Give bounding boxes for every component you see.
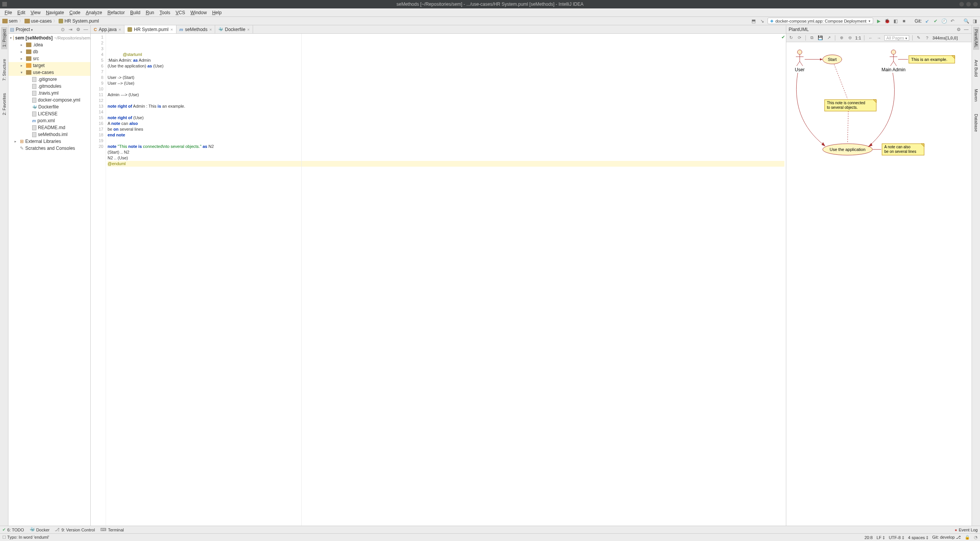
coverage-button[interactable]: ◧ bbox=[892, 18, 898, 24]
tree-item-target[interactable]: ▸ target bbox=[8, 62, 90, 69]
editor-tab-dockerfile[interactable]: 🐳Dockerfile× bbox=[215, 25, 253, 33]
code-line-5[interactable]: User -> (Start) bbox=[108, 75, 134, 80]
vcs-history-button[interactable]: 🕘 bbox=[941, 18, 947, 24]
search-everywhere-button[interactable]: 🔍 bbox=[963, 18, 969, 24]
plantuml-prev-page-icon[interactable]: ← bbox=[867, 35, 874, 41]
tree-item-src[interactable]: ▸ src bbox=[8, 55, 90, 62]
editor-tab-hr-system-puml[interactable]: HR System.puml× bbox=[124, 25, 176, 33]
plantuml-hide-button[interactable]: — bbox=[963, 26, 969, 33]
editor-tab-semethods[interactable]: mseMethods× bbox=[176, 25, 216, 33]
menu-vcs[interactable]: VCS bbox=[173, 9, 188, 16]
plantuml-save-icon[interactable]: 💾 bbox=[817, 35, 823, 41]
code-line-13[interactable]: A note can also bbox=[108, 121, 138, 126]
memory-indicator-icon[interactable]: ◔ bbox=[974, 535, 978, 540]
code-line-19[interactable]: N2 .. (Use) bbox=[108, 156, 128, 160]
tool-window-6-todo[interactable]: ✔6: TODO bbox=[2, 527, 24, 532]
close-tab-icon[interactable]: × bbox=[247, 27, 250, 32]
debug-button[interactable]: 🐞 bbox=[884, 18, 890, 24]
collapse-all-button[interactable]: ⇥ bbox=[67, 26, 74, 33]
plantuml-pages-selector[interactable]: All Pages bbox=[884, 35, 909, 41]
breadcrumb-sem[interactable]: sem bbox=[2, 18, 18, 24]
code-line-17[interactable]: note "This note is connected\nto several… bbox=[108, 144, 214, 149]
project-view-selector[interactable]: Project bbox=[16, 27, 33, 32]
tree-item--gitmodules[interactable]: .gitmodules bbox=[8, 83, 90, 90]
tool-window-1-project[interactable]: 1: Project bbox=[1, 27, 7, 49]
menu-window[interactable]: Window bbox=[188, 9, 209, 16]
vcs-commit-button[interactable]: ✔ bbox=[933, 18, 939, 24]
tree-item-dockerfile[interactable]: 🐳 Dockerfile bbox=[8, 103, 90, 110]
menu-analyze[interactable]: Analyze bbox=[83, 9, 105, 16]
code-line-6[interactable]: User --> (Use) bbox=[108, 81, 134, 85]
plantuml-zoom-out-icon[interactable]: ⊖ bbox=[847, 35, 853, 41]
run-button[interactable]: ▶ bbox=[875, 18, 882, 24]
tree-item-use-cases[interactable]: ▾ use-cases bbox=[8, 69, 90, 76]
tool-window-maven[interactable]: Maven bbox=[973, 87, 979, 104]
menu-navigate[interactable]: Navigate bbox=[44, 9, 66, 16]
cursor-position[interactable]: 20:8 bbox=[864, 535, 872, 540]
menu-code[interactable]: Code bbox=[67, 9, 83, 16]
tree-item-semethods-iml[interactable]: seMethods.iml bbox=[8, 131, 90, 138]
line-separator[interactable]: LF ‡ bbox=[877, 535, 885, 540]
ide-settings-button[interactable]: ◨ bbox=[972, 18, 978, 24]
tool-window-9-version-control[interactable]: ⎇9: Version Control bbox=[55, 527, 95, 532]
close-tab-icon[interactable]: × bbox=[209, 27, 212, 32]
plantuml-copy-icon[interactable]: ⧉ bbox=[809, 35, 815, 41]
plantuml-help-icon[interactable]: ? bbox=[924, 35, 930, 41]
plantuml-zoom-in-icon[interactable]: ⊕ bbox=[838, 35, 844, 41]
tree-item-license[interactable]: LICENSE bbox=[8, 110, 90, 117]
stop-button[interactable]: ■ bbox=[901, 18, 907, 24]
close-tab-icon[interactable]: × bbox=[119, 27, 121, 32]
tree-item-db[interactable]: ▸ db bbox=[8, 48, 90, 55]
tree-item-readme-md[interactable]: README.md bbox=[8, 124, 90, 131]
tree-item--travis-yml[interactable]: .travis.yml bbox=[8, 90, 90, 97]
menu-run[interactable]: Run bbox=[144, 9, 157, 16]
code-line-20[interactable]: @enduml bbox=[108, 161, 784, 167]
tree-item-scratches-and-consoles[interactable]: ✎ Scratches and Consoles bbox=[8, 145, 90, 152]
vcs-revert-button[interactable]: ↶ bbox=[949, 18, 956, 24]
code-line-2[interactable]: :Main Admin: as Admin bbox=[108, 58, 151, 62]
tool-window-ant-build[interactable]: Ant Build bbox=[973, 57, 979, 79]
menu-build[interactable]: Build bbox=[128, 9, 143, 16]
code-line-14[interactable]: be on several lines bbox=[108, 127, 143, 131]
tree-item-external-libraries[interactable]: ▸⊞ External Libraries bbox=[8, 138, 90, 145]
event-log-button[interactable]: ● Event Log bbox=[955, 528, 978, 532]
tool-window-docker[interactable]: 🐳Docker bbox=[29, 527, 50, 532]
scroll-from-source-button[interactable]: ⊙ bbox=[60, 26, 66, 33]
code-line-12[interactable]: note right of (Use) bbox=[108, 115, 144, 120]
tree-root[interactable]: ▾ sem [seMethods] ~/Repositories/sem bbox=[8, 34, 90, 41]
run-configuration-selector[interactable]: ◆ docker-compose.yml.app: Compose Deploy… bbox=[768, 18, 874, 24]
inspection-ok-icon[interactable]: ✔ bbox=[781, 34, 785, 40]
plantuml-wand-icon[interactable]: ✎ bbox=[916, 35, 922, 41]
code-line-18[interactable]: (Start) .. N2 bbox=[108, 150, 129, 154]
minimize-button[interactable] bbox=[959, 2, 964, 7]
tool-window-plantuml[interactable]: PlantUML bbox=[973, 27, 979, 50]
menu-refactor[interactable]: Refactor bbox=[105, 9, 127, 16]
editor-tab-app-java[interactable]: CApp.java× bbox=[91, 25, 124, 33]
close-tab-icon[interactable]: × bbox=[170, 27, 173, 32]
tool-window-terminal[interactable]: ⌨Terminal bbox=[100, 527, 124, 532]
tree-item-docker-compose-yml[interactable]: docker-compose.yml bbox=[8, 97, 90, 103]
code-line-1[interactable]: @startuml bbox=[123, 52, 142, 57]
code-line-10[interactable]: note right of Admin : This is an example… bbox=[108, 104, 185, 108]
readonly-lock-icon[interactable]: 🔒 bbox=[965, 535, 970, 540]
tree-item--idea[interactable]: ▸ .idea bbox=[8, 41, 90, 48]
project-tree[interactable]: ▾ sem [seMethods] ~/Repositories/sem▸ .i… bbox=[8, 34, 90, 526]
menu-view[interactable]: View bbox=[28, 9, 43, 16]
tool-window-database[interactable]: Database bbox=[973, 111, 979, 134]
menu-file[interactable]: File bbox=[2, 9, 14, 16]
build-project-button[interactable]: ⬒ bbox=[751, 18, 757, 24]
code-line-15[interactable]: end note bbox=[108, 133, 125, 137]
breadcrumb-use-cases[interactable]: use-cases bbox=[24, 18, 52, 24]
tree-item-pom-xml[interactable]: m pom.xml bbox=[8, 117, 90, 124]
panel-settings-icon[interactable]: ⚙ bbox=[75, 26, 81, 33]
tree-item--gitignore[interactable]: .gitignore bbox=[8, 76, 90, 83]
code-line-8[interactable]: Admin ---> (Use) bbox=[108, 92, 139, 97]
plantuml-refresh-icon[interactable]: ↻ bbox=[788, 35, 794, 41]
plantuml-zoom-level[interactable]: 1:1 bbox=[855, 36, 861, 40]
code-line-3[interactable]: (Use the application) as (Use) bbox=[108, 64, 163, 68]
git-branch[interactable]: Git: develop ⎇ bbox=[932, 535, 961, 540]
maximize-button[interactable] bbox=[966, 2, 971, 7]
plantuml-settings-icon[interactable]: ⚙ bbox=[956, 26, 962, 33]
menu-edit[interactable]: Edit bbox=[15, 9, 28, 16]
tool-window-7-structure[interactable]: 7: Structure bbox=[1, 57, 7, 83]
